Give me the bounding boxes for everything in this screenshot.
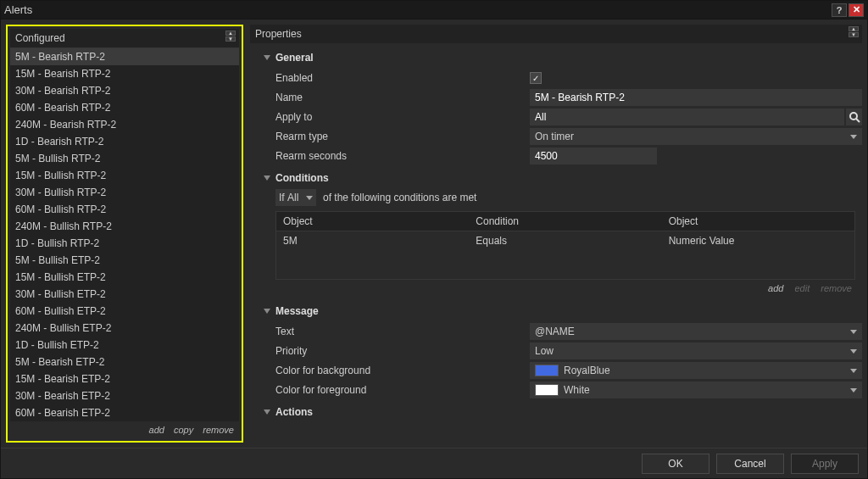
window-body: Configured ▲ ▼ 5M - Bearish RTP-215M - B… xyxy=(1,19,867,448)
section-message-header[interactable]: Message xyxy=(264,305,862,317)
list-item[interactable]: 5M - Bullish ETP-2 xyxy=(10,252,239,269)
copy-button[interactable]: copy xyxy=(174,425,193,435)
properties-panel: Properties ▲ ▼ General Enabled ✓ xyxy=(250,25,862,443)
help-icon[interactable]: ? xyxy=(832,3,847,17)
list-item[interactable]: 30M - Bearish ETP-2 xyxy=(10,387,239,404)
list-item[interactable]: 5M - Bearish ETP-2 xyxy=(10,354,239,370)
priority-label: Priority xyxy=(275,345,530,357)
section-message-title: Message xyxy=(275,305,319,317)
list-item[interactable]: 60M - Bullish ETP-2 xyxy=(10,303,239,320)
add-button[interactable]: add xyxy=(149,425,164,435)
priority-dropdown[interactable]: Low xyxy=(530,343,862,359)
section-conditions: Conditions If All of the following condi… xyxy=(264,172,862,298)
list-item[interactable]: 1D - Bearish RTP-2 xyxy=(10,133,239,150)
list-item[interactable]: 60M - Bullish RTP-2 xyxy=(10,201,239,218)
list-item[interactable]: 15M - Bearish ETP-2 xyxy=(10,370,239,387)
section-general: General Enabled ✓ Name Apply to All xyxy=(264,52,862,165)
alerts-window: Alerts ? ✕ Configured ▲ ▼ 5M - Bearish R… xyxy=(0,0,868,479)
configured-header-label: Configured xyxy=(15,32,65,44)
rearmtype-dropdown[interactable]: On timer xyxy=(530,128,862,145)
configured-list[interactable]: 5M - Bearish RTP-215M - Bearish RTP-230M… xyxy=(10,47,239,421)
conditions-actions: add edit remove xyxy=(264,280,862,298)
row-object1: 5M xyxy=(276,231,469,279)
row-object2: Numeric Value xyxy=(662,231,854,279)
section-actions-title: Actions xyxy=(275,406,313,418)
list-item[interactable]: 5M - Bullish RTP-2 xyxy=(10,150,239,167)
properties-spinner[interactable]: ▲ ▼ xyxy=(849,26,859,37)
col-object2: Object xyxy=(662,212,854,231)
list-item[interactable]: 60M - Bearish RTP-2 xyxy=(10,99,239,116)
fgcolor-label: Color for foreground xyxy=(275,384,530,396)
conditions-if-mode[interactable]: If All xyxy=(275,189,316,206)
chevron-up-icon[interactable]: ▲ xyxy=(225,31,236,36)
section-actions-header[interactable]: Actions xyxy=(264,406,862,418)
bgcolor-dropdown[interactable]: RoyalBlue xyxy=(530,362,862,379)
applyto-input[interactable]: All xyxy=(530,109,844,125)
ok-button[interactable]: OK xyxy=(642,454,709,474)
conditions-if-row: If All of the following conditions are m… xyxy=(275,189,862,206)
list-item[interactable]: 15M - Bullish RTP-2 xyxy=(10,167,239,184)
chevron-down-icon[interactable]: ▼ xyxy=(225,36,236,42)
list-item[interactable]: 15M - Bearish RTP-2 xyxy=(10,65,239,82)
search-icon[interactable] xyxy=(846,109,862,125)
text-label: Text xyxy=(275,326,530,337)
list-item[interactable]: 240M - Bullish RTP-2 xyxy=(10,218,239,235)
rearmsec-label: Rearm seconds xyxy=(275,150,530,162)
cond-add-button[interactable]: add xyxy=(768,283,783,293)
section-message: Message Text @NAME Priority Low Color fo… xyxy=(264,305,862,399)
applyto-label: Apply to xyxy=(275,111,530,123)
list-item[interactable]: 30M - Bullish ETP-2 xyxy=(10,286,239,303)
chevron-down-icon[interactable]: ▼ xyxy=(849,32,859,37)
cancel-button[interactable]: Cancel xyxy=(716,454,784,474)
close-icon[interactable]: ✕ xyxy=(849,3,864,17)
list-item[interactable]: 1D - Bullish ETP-2 xyxy=(10,337,239,354)
chevron-down-icon xyxy=(264,55,270,60)
rearmsec-input[interactable] xyxy=(530,148,657,164)
properties-header-label: Properties xyxy=(255,28,302,40)
bgcolor-swatch xyxy=(535,365,559,376)
list-item[interactable]: 30M - Bullish RTP-2 xyxy=(10,184,239,201)
bgcolor-label: Color for background xyxy=(275,365,530,376)
configured-spinner[interactable]: ▲ ▼ xyxy=(225,31,236,42)
rearmtype-label: Rearm type xyxy=(275,131,530,142)
enabled-label: Enabled xyxy=(275,72,530,84)
apply-button[interactable]: Apply xyxy=(791,454,859,474)
name-input[interactable] xyxy=(530,89,862,106)
chevron-up-icon[interactable]: ▲ xyxy=(849,26,859,31)
section-conditions-header[interactable]: Conditions xyxy=(264,172,862,184)
properties-header: Properties ▲ ▼ xyxy=(250,25,862,43)
name-label: Name xyxy=(275,92,530,103)
chevron-down-icon xyxy=(264,175,270,181)
enabled-checkbox[interactable]: ✓ xyxy=(530,72,542,84)
list-item[interactable]: 15M - Bullish ETP-2 xyxy=(10,269,239,286)
footer: OK Cancel Apply xyxy=(1,448,867,478)
section-general-header[interactable]: General xyxy=(264,52,862,64)
conditions-if-suffix: of the following conditions are met xyxy=(323,192,476,203)
row-condition: Equals xyxy=(469,231,661,279)
list-item[interactable]: 240M - Bearish RTP-2 xyxy=(10,116,239,133)
conditions-table: Object Condition Object 5M Equals Numeri… xyxy=(275,211,855,280)
fgcolor-dropdown[interactable]: White xyxy=(530,382,862,398)
list-item[interactable]: 60M - Bearish ETP-2 xyxy=(10,404,239,421)
svg-point-0 xyxy=(850,113,857,120)
col-object1: Object xyxy=(276,212,469,231)
section-actions: Actions xyxy=(264,406,862,418)
list-item[interactable]: 5M - Bearish RTP-2 xyxy=(10,48,239,65)
list-item[interactable]: 1D - Bullish RTP-2 xyxy=(10,235,239,252)
window-title: Alerts xyxy=(4,3,830,16)
fgcolor-swatch xyxy=(535,384,559,396)
chevron-down-icon xyxy=(264,309,270,314)
list-item[interactable]: 240M - Bullish ETP-2 xyxy=(10,320,239,337)
cond-remove-button[interactable]: remove xyxy=(821,283,852,293)
cond-edit-button[interactable]: edit xyxy=(795,283,810,293)
conditions-table-head: Object Condition Object xyxy=(276,212,854,231)
section-conditions-title: Conditions xyxy=(275,172,329,184)
properties-body: General Enabled ✓ Name Apply to All xyxy=(250,43,862,443)
text-dropdown[interactable]: @NAME xyxy=(530,323,862,340)
remove-button[interactable]: remove xyxy=(203,425,234,435)
list-item[interactable]: 30M - Bearish RTP-2 xyxy=(10,82,239,99)
titlebar: Alerts ? ✕ xyxy=(1,1,867,19)
configured-actions: add copy remove xyxy=(10,421,239,438)
conditions-table-row[interactable]: 5M Equals Numeric Value xyxy=(276,231,854,279)
configured-panel: Configured ▲ ▼ 5M - Bearish RTP-215M - B… xyxy=(6,25,243,443)
